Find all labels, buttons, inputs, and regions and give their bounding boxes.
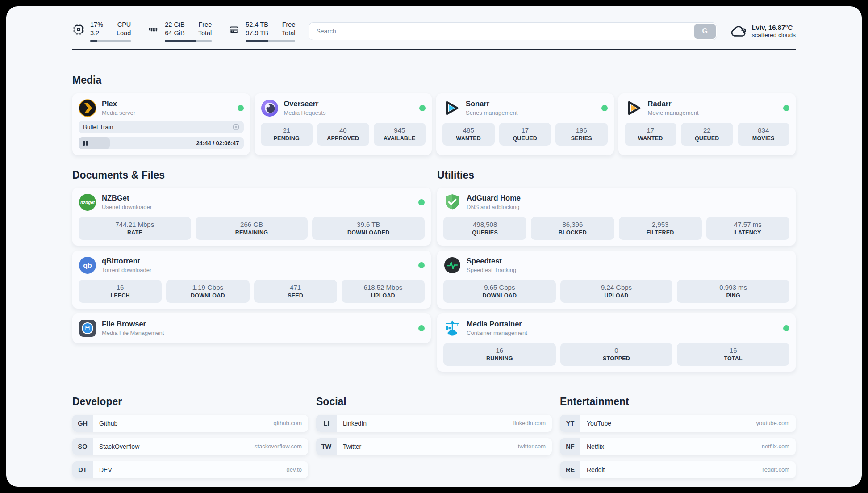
link-abbr-badge: TW <box>316 438 337 455</box>
status-dot <box>601 105 608 111</box>
app-card-media-portainer[interactable]: Media Portainer Container management 16 … <box>437 313 796 372</box>
section-title-social: Social <box>316 396 552 408</box>
cpu-usage-value: 17% <box>90 21 103 29</box>
cpu-usage-label: CPU <box>117 21 131 29</box>
memory-free-label: Free <box>198 21 212 29</box>
link-linkedin[interactable]: LI LinkedIn linkedin.com <box>316 415 552 432</box>
status-dot <box>783 325 789 331</box>
stat-ping: 0.993 ms PING <box>677 280 789 303</box>
link-netflix[interactable]: NF Netflix netflix.com <box>560 438 796 455</box>
stat-pending: 21 PENDING <box>261 123 313 146</box>
app-description: Usenet downloader <box>102 204 152 210</box>
app-card-adguard-home[interactable]: AdGuard Home DNS and adblocking 498,508 … <box>437 188 796 246</box>
link-reddit[interactable]: RE Reddit reddit.com <box>560 461 796 478</box>
file-browser-icon <box>79 319 96 337</box>
app-description: Media server <box>102 109 135 116</box>
now-playing-title-row: Bullet Train <box>79 121 244 133</box>
sonarr-icon <box>442 99 460 117</box>
app-card-nzbget[interactable]: nzbget NZBGet Usenet downloader 744.21 M… <box>72 188 431 246</box>
app-description: Media Requests <box>284 109 326 116</box>
disk-progress-bar <box>246 40 295 42</box>
link-youtube[interactable]: YT YouTube youtube.com <box>560 415 796 432</box>
stat-queries: 498,508 QUERIES <box>443 217 526 240</box>
app-name: Sonarr <box>466 100 517 109</box>
system-stats: 17% 3.2 CPU Load <box>72 21 295 42</box>
section-title-entertainment: Entertainment <box>560 396 796 408</box>
stat-blocked: 86,396 BLOCKED <box>531 217 614 240</box>
app-card-plex[interactable]: Plex Media server Bullet Train <box>72 93 250 155</box>
adguard-icon <box>443 193 461 211</box>
stat-upload: 618.52 Mbps UPLOAD <box>342 280 425 303</box>
link-github[interactable]: GH Github github.com <box>72 415 308 432</box>
section-title-utilities: Utilities <box>437 169 796 181</box>
cpu-chip-icon <box>72 23 85 36</box>
plex-icon <box>79 99 96 117</box>
app-card-overseerr[interactable]: Overseerr Media Requests 21 PENDING 40 A… <box>255 93 432 155</box>
link-stackoverflow[interactable]: SO StackOverflow stackoverflow.com <box>72 438 308 455</box>
app-description: DNS and adblocking <box>467 204 521 210</box>
link-abbr-badge: GH <box>72 415 93 432</box>
speedtest-icon <box>443 256 461 274</box>
weather-widget: Lviv, 16.87°C scattered clouds <box>730 23 796 39</box>
section-title-developer: Developer <box>72 396 308 408</box>
disk-total-value: 97.9 TB <box>246 29 268 38</box>
app-card-radarr[interactable]: Radarr Movie management 17 WANTED 22 QUE… <box>618 93 796 155</box>
disk-free-label: Free <box>282 21 296 29</box>
cloud-icon <box>730 23 747 39</box>
app-name: Media Portainer <box>467 320 527 329</box>
links-column-developer: Developer GH Github github.com SO StackO… <box>72 372 308 485</box>
cpu-load-label: Load <box>117 29 131 38</box>
app-name: NZBGet <box>102 194 152 203</box>
status-dot <box>238 105 244 111</box>
stat-filtered: 2,953 FILTERED <box>619 217 702 240</box>
status-dot <box>783 105 789 111</box>
stat-latency: 47.57 ms LATENCY <box>706 217 789 240</box>
memory-total-value: 64 GiB <box>165 29 184 38</box>
stat-available: 945 AVAILABLE <box>374 123 426 146</box>
stat-seed: 471 SEED <box>254 280 337 303</box>
overseerr-icon <box>261 99 279 117</box>
stat-stopped: 0 STOPPED <box>560 343 673 366</box>
qbittorrent-icon: qb <box>79 256 96 274</box>
link-abbr-badge: SO <box>72 438 93 455</box>
cpu-load-value: 3.2 <box>90 29 103 38</box>
cpu-stat: 17% 3.2 CPU Load <box>72 21 131 42</box>
memory-progress-bar <box>165 40 212 42</box>
app-description: Series management <box>466 109 517 116</box>
app-card-qbittorrent[interactable]: qb qBittorrent Torrent downloader 16 <box>72 251 431 309</box>
app-name: Radarr <box>648 100 699 109</box>
stat-wanted: 485 WANTED <box>442 123 495 146</box>
app-card-file-browser[interactable]: File Browser Media File Management <box>72 313 431 343</box>
app-name: Overseerr <box>284 100 326 109</box>
playback-time: 24:44 / 02:06:47 <box>196 140 239 146</box>
disk-stat: 52.4 TB 97.9 TB Free Total <box>228 21 295 42</box>
app-name: AdGuard Home <box>467 194 521 203</box>
link-abbr-badge: LI <box>316 415 337 432</box>
stat-leech: 16 LEECH <box>79 280 162 303</box>
app-description: Media File Management <box>102 330 164 336</box>
link-abbr-badge: NF <box>560 438 580 455</box>
app-card-sonarr[interactable]: Sonarr Series management 485 WANTED 17 Q… <box>436 93 614 155</box>
app-description: Torrent downloader <box>102 267 151 273</box>
google-search-button[interactable]: G <box>694 24 716 39</box>
link-twitter[interactable]: TW Twitter twitter.com <box>316 438 552 455</box>
pause-icon <box>83 141 88 146</box>
status-dot <box>418 262 425 268</box>
radarr-icon <box>625 99 643 117</box>
dashboard-page: 17% 3.2 CPU Load <box>6 6 862 487</box>
app-description: Container management <box>467 330 527 336</box>
top-bar: 17% 3.2 CPU Load <box>72 21 796 42</box>
search-input[interactable] <box>309 28 693 35</box>
nzbget-icon: nzbget <box>79 193 96 211</box>
link-dev[interactable]: DT DEV dev.to <box>72 461 308 478</box>
stat-download: 9.65 Gbps DOWNLOAD <box>443 280 556 303</box>
portainer-icon <box>443 319 461 337</box>
app-description: Speedtest Tracking <box>467 267 516 273</box>
now-playing-progress-row[interactable]: 24:44 / 02:06:47 <box>79 137 244 149</box>
header-divider <box>72 49 796 50</box>
links-column-entertainment: Entertainment YT YouTube youtube.com NF … <box>560 372 796 485</box>
status-dot <box>419 105 426 111</box>
stat-remaining: 266 GB REMAINING <box>196 217 308 240</box>
link-abbr-badge: RE <box>560 461 580 478</box>
app-card-speedtest[interactable]: Speedtest Speedtest Tracking 9.65 Gbps D… <box>437 251 796 309</box>
